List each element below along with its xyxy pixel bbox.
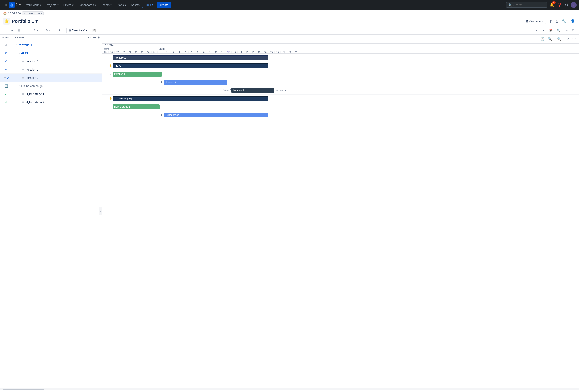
logo[interactable]: Jira xyxy=(9,2,21,8)
create-button[interactable]: Create xyxy=(157,2,171,8)
list-item[interactable]: 🗂 ▾ Portfolio 1 xyxy=(0,41,102,49)
wrench-button[interactable]: 🔧 xyxy=(561,18,567,24)
iter2-icon: ↺ xyxy=(4,67,8,72)
day-cell: 5 xyxy=(182,51,189,54)
gantt-clock-icon[interactable]: 🕐 xyxy=(540,36,545,42)
avatar[interactable]: U xyxy=(571,2,577,8)
more-button[interactable]: ••• xyxy=(563,28,569,33)
iter1-gantt-down-icon: ⬇ xyxy=(109,72,111,75)
save-button[interactable]: 💾 xyxy=(91,28,97,33)
day-cell: 26 xyxy=(121,51,127,54)
day-cell: 29 xyxy=(139,51,145,54)
main-content: ICON ▾ NAME LEADER ⚙ 🗂 ▾ Portfolio 1 xyxy=(0,35,579,388)
hybrid2-gantt-bar[interactable]: Hybrid stage 2 xyxy=(164,112,268,117)
iter1-name-cell: Iteration 1 xyxy=(12,60,86,63)
gantt-row-alfa: ✋ ALFA xyxy=(102,62,579,70)
portfolio-gantt-bar[interactable]: Portfolio 1 xyxy=(113,55,268,60)
nav-filters[interactable]: Filters ▾ xyxy=(62,2,75,8)
search-toolbar-button[interactable]: 🔍 xyxy=(555,28,562,33)
gantt-more-icon[interactable]: ••• xyxy=(572,36,577,42)
hybrid1-gantt-down-icon: ⬇ xyxy=(109,105,111,108)
day-cell: 7 xyxy=(195,51,201,54)
iter1-gantt-bar[interactable]: Iteration 1 xyxy=(113,72,162,76)
alfa-label: ALFA xyxy=(21,52,29,55)
horizontal-scrollbar[interactable] xyxy=(3,389,44,390)
nav-your-work[interactable]: Your work ▾ xyxy=(24,2,43,8)
portfolio-label: Portfolio 1 xyxy=(18,43,32,47)
project-id-breadcrumb[interactable]: PORT-20 xyxy=(10,12,21,15)
nav-assets[interactable]: Assets xyxy=(129,2,142,8)
collapse-button[interactable]: ⊼ xyxy=(570,28,576,33)
essentials-button[interactable]: ⊞ Essentials* ▾ xyxy=(66,28,89,33)
gantt-row-hybrid2: ⬇ Hybrid stage 2 xyxy=(102,111,579,119)
nav-teams[interactable]: Teams ▾ xyxy=(99,2,114,8)
online-gantt-bar[interactable]: Online campaign xyxy=(113,96,268,101)
day-cell: 19 xyxy=(268,51,275,54)
home-breadcrumb[interactable]: 🏠 xyxy=(3,12,6,15)
hybrid1-icon: ⇄ xyxy=(4,92,8,96)
row-icon-cell: ⇄ xyxy=(0,100,12,104)
settings-button[interactable]: ⚙ xyxy=(564,2,569,8)
share-button[interactable]: ⬆ xyxy=(548,18,553,24)
overview-button[interactable]: ⊞ Overview ▾ xyxy=(524,19,546,24)
icon-column-header: ICON xyxy=(2,36,15,39)
nav-right-actions: 🔍 🔔 9+ ❓ ⚙ U xyxy=(506,2,577,8)
filter-button[interactable]: ▼ xyxy=(540,28,546,33)
nav-dashboards[interactable]: Dashboards ▾ xyxy=(76,2,98,8)
day-cell: 17 xyxy=(256,51,262,54)
view-button[interactable]: 👁 ▾ xyxy=(44,28,52,33)
add-button[interactable]: + xyxy=(26,28,31,33)
search-box[interactable]: 🔍 xyxy=(506,2,547,7)
notifications-button[interactable]: 🔔 9+ xyxy=(549,2,555,8)
gantt-expand-icon[interactable]: ⤢ xyxy=(566,36,570,42)
gantt-row-iter3: 16/Jun/24 ⬇ Iteration 3 19/Jun/24 xyxy=(102,86,579,95)
grid-icon[interactable]: ⊞ xyxy=(2,1,8,8)
nav-plans[interactable]: Plans ▾ xyxy=(115,2,128,8)
day-cell: 23 xyxy=(102,51,109,54)
indent-button[interactable]: ⇥ xyxy=(9,28,15,33)
iter2-gantt-bar[interactable]: Iteration 2 xyxy=(164,80,227,85)
list-item[interactable]: ⇄ Hybrid stage 1 xyxy=(0,90,102,98)
alfa-gantt-bar[interactable]: ALFA xyxy=(113,63,268,68)
sort-button[interactable]: ⇅ ▾ xyxy=(32,28,40,33)
star-button[interactable]: ★ xyxy=(533,28,539,33)
list-item[interactable]: ↺ ▾ ALFA xyxy=(0,49,102,57)
list-item[interactable]: ⠿ ↺ Iteration 3 xyxy=(0,74,102,82)
page-title[interactable]: Portfolio 1 ▾ xyxy=(12,19,38,24)
day-cell: 18 xyxy=(262,51,268,54)
calendar-button[interactable]: 📅 xyxy=(547,28,554,33)
row-icon-cell: 🔄 xyxy=(0,84,12,88)
status-badge[interactable]: NOT STARTED ▾ xyxy=(22,11,44,15)
top-navigation: ⊞ Jira Your work ▾ Projects ▾ Filters ▾ … xyxy=(0,0,579,10)
list-item[interactable]: ↺ Iteration 2 xyxy=(0,65,102,74)
toolbar-separator-4 xyxy=(64,28,64,33)
gantt-row-iter2: ⬇ Iteration 2 xyxy=(102,78,579,86)
day-cell: 16 xyxy=(250,51,256,54)
nav-apps[interactable]: Apps ▾ xyxy=(143,2,155,8)
day-cell: 13 xyxy=(231,51,238,54)
dot-icon xyxy=(22,77,24,79)
list-item[interactable]: ⇄ Hybrid stage 2 xyxy=(0,98,102,106)
help-button[interactable]: ❓ xyxy=(557,2,563,8)
export-button[interactable]: ⬆ xyxy=(57,28,62,33)
toolbar-right: ★ ▼ 📅 🔍 ••• ⊼ xyxy=(533,28,576,33)
list-item[interactable]: 🔄 ▾ Online campaign xyxy=(0,82,102,90)
search-input[interactable] xyxy=(513,3,545,6)
day-cell: 31 xyxy=(151,51,158,54)
online-gantt-hand-icon: ✋ xyxy=(109,97,112,100)
list-item[interactable]: ↺ Iteration 1 xyxy=(0,57,102,65)
iter2-gantt-down-icon: ⬇ xyxy=(160,81,162,84)
iter3-gantt-bar[interactable]: Iteration 3 xyxy=(231,88,274,93)
info-button[interactable]: ℹ xyxy=(555,18,559,24)
nav-projects[interactable]: Projects ▾ xyxy=(44,2,61,8)
gantt-zoom-in-icon[interactable]: 🔍+ xyxy=(556,36,564,42)
row-icon-cell: ⇄ xyxy=(0,92,12,96)
columns-button[interactable]: ⊞ xyxy=(16,28,22,33)
portfolio-gantt-upload-icon: ⬆ xyxy=(109,56,111,59)
panel-collapse-button[interactable]: ‹ xyxy=(99,207,102,216)
chevron-icon: ▾ xyxy=(19,85,20,87)
hybrid1-gantt-bar[interactable]: Hybrid stage 1 xyxy=(113,104,160,109)
gantt-zoom-out-icon[interactable]: 🔍− xyxy=(547,36,555,42)
person-button[interactable]: 👤 xyxy=(570,18,576,24)
list-view-button[interactable]: ≡ xyxy=(3,28,8,33)
